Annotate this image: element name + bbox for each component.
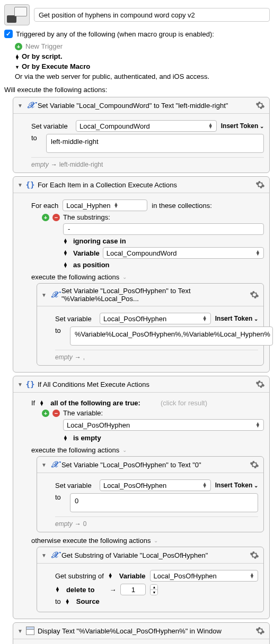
variable-icon: 𝒳 — [26, 101, 34, 110]
updown-icon[interactable] — [63, 436, 68, 441]
variable-icon: 𝒳 — [50, 460, 58, 469]
disclosure-icon[interactable]: ▼ — [17, 628, 23, 634]
to-label: to — [31, 134, 42, 142]
gear-icon[interactable] — [255, 379, 265, 389]
disclosure-icon[interactable]: ▼ — [41, 552, 47, 558]
status-preview: empty→0 — [55, 516, 258, 528]
gear-icon[interactable] — [255, 180, 265, 189]
insert-token-button[interactable]: Insert Token — [215, 482, 258, 489]
collection-var-select[interactable]: Local_CompoundWord — [103, 247, 264, 259]
add-condition-icon[interactable]: + — [42, 410, 49, 417]
or-by-execute: Or by Execute Macro — [22, 62, 90, 70]
variable-select[interactable]: Local_PosOfHyphen — [100, 479, 211, 491]
text-value-input[interactable]: left-middle-right — [46, 134, 264, 153]
as-position-select[interactable]: as position — [73, 261, 110, 269]
updown-icon[interactable] — [15, 55, 20, 60]
updown-icon[interactable] — [63, 262, 68, 268]
insert-token-button[interactable]: Insert Token — [221, 122, 264, 130]
disclosure-icon[interactable]: ▼ — [41, 462, 47, 468]
action-title: Display Text "%Variable%Local_PosOfHyphe… — [38, 627, 252, 635]
add-collection-icon[interactable]: + — [42, 214, 49, 221]
to-label: to — [55, 493, 66, 501]
updown-icon[interactable] — [55, 587, 60, 592]
condition-var-select[interactable]: Local_PosOfHyphen — [63, 419, 264, 431]
delete-to-select[interactable]: delete to — [66, 586, 94, 594]
macro-icon — [4, 4, 30, 25]
substring-var-select[interactable]: Local_PosOfHyphen — [150, 570, 258, 582]
gear-icon[interactable] — [250, 290, 259, 300]
set-variable-label: Set variable — [55, 482, 95, 489]
variable-icon: 𝒳 — [50, 551, 58, 559]
get-substring-label: Get substring of — [55, 572, 104, 580]
action-title: If All Conditions Met Execute Actions — [38, 380, 252, 388]
in-collections-label: in these collections: — [152, 202, 211, 210]
updown-icon[interactable] — [108, 573, 113, 578]
is-empty-select[interactable]: is empty — [73, 434, 101, 442]
trigger-label: Triggered by any of the following (when … — [16, 30, 214, 38]
the-variable-label: The variable: — [63, 409, 103, 417]
to-label: to — [55, 597, 61, 605]
variable-type-select[interactable]: Variable — [119, 572, 146, 580]
arrow-icon: → — [109, 586, 116, 594]
disclosure-icon[interactable]: ⌄ — [122, 274, 127, 280]
status-preview: empty→, — [55, 350, 258, 361]
index-stepper[interactable]: ▲▼ — [150, 584, 158, 595]
disclosure-icon[interactable]: ⌄ — [154, 538, 158, 543]
to-label: to — [55, 326, 66, 334]
if-label: If — [31, 399, 35, 407]
action-title: Set Variable "Local_PosOfHyphen" to Text… — [61, 461, 246, 469]
add-trigger-icon[interactable]: + — [15, 43, 22, 50]
all-true-select[interactable]: all of the following are true: — [50, 399, 140, 407]
will-execute-label: Will execute the following actions: — [4, 86, 270, 94]
braces-icon: {} — [26, 380, 34, 388]
for-each-label: For each — [31, 202, 58, 210]
foreach-var-select[interactable]: Local_Hyphen — [63, 199, 147, 211]
exec-actions-label: execute the following actions — [31, 273, 119, 281]
enabled-checkbox[interactable] — [4, 30, 13, 38]
variable-label: Variable — [73, 249, 100, 257]
substring-input[interactable]: - — [63, 223, 264, 235]
via-web-label: Or via the web server for public, authen… — [15, 72, 270, 80]
disclosure-icon[interactable]: ▼ — [17, 103, 23, 108]
text-value-input[interactable]: %Variable%Local_PosOfHyphen%,%Variable%L… — [70, 326, 273, 346]
disclosure-icon[interactable]: ▼ — [17, 382, 23, 387]
macro-title-input[interactable] — [34, 8, 270, 22]
gear-icon[interactable] — [255, 101, 265, 110]
exec-actions-label: execute the following actions — [31, 446, 119, 454]
gear-icon[interactable] — [250, 550, 259, 560]
updown-icon[interactable] — [65, 599, 70, 604]
action-title: For Each Item in a Collection Execute Ac… — [38, 181, 252, 189]
action-title: Get Substring of Variable "Local_PosOfHy… — [61, 551, 246, 559]
substrings-label: The substrings: — [63, 213, 110, 221]
disclosure-icon[interactable]: ⌄ — [122, 447, 127, 453]
remove-condition-icon[interactable]: − — [52, 410, 60, 417]
new-trigger-link[interactable]: New Trigger — [25, 42, 63, 50]
action-title: Set Variable "Local_CompoundWord" to Tex… — [38, 102, 252, 110]
variable-icon: 𝒳 — [50, 291, 58, 299]
braces-icon: {} — [26, 180, 34, 189]
remove-collection-icon[interactable]: − — [52, 214, 60, 221]
action-title: Set Variable "Local_PosOfHyphen" to Text… — [61, 287, 246, 303]
gear-icon[interactable] — [250, 460, 259, 469]
otherwise-label: otherwise execute the following actions — [31, 537, 151, 545]
variable-select[interactable]: Local_PosOfHyphen — [100, 313, 211, 324]
gear-icon[interactable] — [255, 626, 265, 636]
updown-icon[interactable] — [63, 239, 68, 244]
insert-token-button[interactable]: Insert Token — [215, 315, 258, 322]
set-variable-label: Set variable — [55, 315, 95, 323]
status-preview: empty→left-middle-right — [31, 157, 264, 168]
window-icon — [26, 627, 34, 635]
text-value-input[interactable]: 0 — [70, 493, 258, 512]
ignoring-case-select[interactable]: ignoring case in — [73, 237, 126, 245]
set-variable-label: Set variable — [31, 122, 72, 130]
source-select[interactable]: Source — [76, 597, 100, 605]
updown-icon[interactable] — [39, 401, 44, 406]
click-result-hint[interactable]: (click for result) — [161, 399, 207, 407]
updown-icon[interactable] — [63, 250, 68, 256]
or-by-script: Or by script. — [22, 52, 63, 60]
down-icon[interactable] — [15, 62, 22, 70]
index-input[interactable] — [120, 584, 146, 595]
disclosure-icon[interactable]: ▼ — [17, 182, 23, 188]
disclosure-icon[interactable]: ▼ — [41, 292, 47, 298]
variable-select[interactable]: Local_CompoundWord — [76, 120, 217, 132]
